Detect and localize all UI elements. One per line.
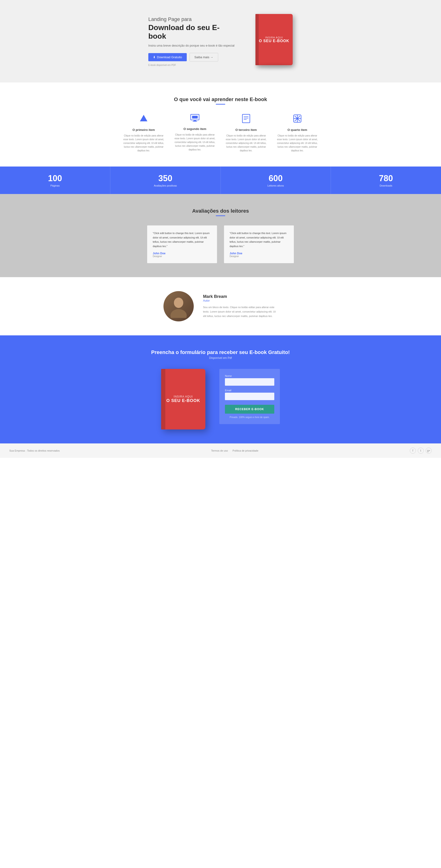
form-box: Nome Email RECEBER E-BOOK Privado. 100% …	[219, 369, 280, 424]
email-label: Email	[225, 389, 274, 392]
svg-rect-5	[242, 114, 250, 123]
learn-more-button[interactable]: Saiba mais →	[190, 53, 218, 61]
feature-item-4: O quarto item Clique no botão de edição …	[276, 114, 318, 153]
features-grid: O primeiro item Clique no botão de ediçã…	[9, 114, 432, 153]
terms-link[interactable]: Termos de uso	[211, 449, 228, 452]
author-bio: Sou um bloco de texto. Clique no botão e…	[203, 305, 278, 318]
feature-icon-3	[225, 114, 267, 125]
feature-text-2: Clique no botão de edição para alterar e…	[174, 133, 216, 152]
stat-readers-number: 600	[225, 174, 326, 183]
download-icon: ⬇	[153, 55, 156, 59]
author-role: Autor	[203, 299, 278, 302]
stat-pages-number: 100	[5, 174, 105, 183]
cta-book-cover: INSIRA AQUI O SEU E-BOOK	[161, 369, 206, 430]
hero-title: Download do seu E-book	[148, 23, 237, 40]
feature-icon-1	[123, 114, 165, 125]
googleplus-icon[interactable]: g+	[426, 447, 432, 454]
hero-section: Landing Page para Download do seu E-book…	[0, 0, 441, 83]
stat-readers-label: Leitores ativos	[225, 184, 326, 187]
reviewer-role-2: Designer	[229, 255, 288, 257]
hero-text: Landing Page para Download do seu E-book…	[148, 16, 237, 66]
facebook-icon[interactable]: f	[410, 447, 416, 454]
twitter-icon[interactable]: t	[418, 447, 424, 454]
feature-title-1: O primeiro item	[123, 128, 165, 132]
feature-item-3: O terceiro item Clique no botão de ediçã…	[225, 114, 267, 153]
feature-title-2: O segundo item	[174, 127, 216, 131]
hero-description: Insira uma breve descrição do porque seu…	[148, 44, 237, 47]
privacy-link[interactable]: Política de privacidade	[232, 449, 258, 452]
reviews-divider	[216, 215, 225, 216]
review-card-2: "Click edit button to change this text. …	[224, 225, 294, 263]
feature-icon-2	[174, 114, 216, 124]
feature-icon-4	[276, 114, 318, 125]
svg-rect-3	[193, 120, 196, 121]
stat-pages-label: Páginas	[5, 184, 105, 187]
footer-copyright: Sua Empresa - Todos os direitos reservad…	[9, 449, 60, 452]
cta-subtitle: Disponível em Pdf	[9, 356, 432, 360]
hero-book-cover: INSIRA AQUI O SEU E-BOOK	[255, 14, 293, 65]
svg-rect-2	[192, 116, 198, 119]
social-icons: f t g+	[410, 447, 432, 454]
features-section: O que você vai aprender neste E-book O p…	[0, 83, 441, 166]
stats-section: 100 Páginas 350 Avaliações positivas 600…	[0, 166, 441, 194]
stat-pages: 100 Páginas	[0, 166, 111, 194]
stat-readers: 600 Leitores ativos	[221, 166, 331, 194]
name-label: Nome	[225, 374, 274, 377]
svg-marker-0	[140, 115, 147, 121]
feature-title-4: O quarto item	[276, 128, 318, 132]
author-info: Mark Bream Autor Sou um bloco de texto. …	[203, 294, 278, 318]
feature-title-3: O terceiro item	[225, 128, 267, 132]
submit-button[interactable]: RECEBER E-BOOK	[225, 405, 274, 414]
feature-item-2: O segundo item Clique no botão de edição…	[174, 114, 216, 153]
email-group: Email	[225, 389, 274, 400]
svg-point-16	[174, 298, 183, 308]
svg-rect-4	[193, 121, 197, 122]
name-input[interactable]	[225, 378, 274, 386]
reviewer-name-1: John Doe	[153, 252, 212, 255]
reviews-title: Avaliações dos leitores	[9, 208, 432, 214]
book-sub: INSIRA AQUI	[265, 36, 283, 39]
review-text-1: "Click edit button to change this text. …	[153, 231, 212, 248]
stat-downloads-label: Downloads	[336, 184, 436, 187]
cta-book-sub: INSIRA AQUI	[174, 395, 193, 398]
author-section: Mark Bream Autor Sou um bloco de texto. …	[0, 277, 441, 335]
feature-item-1: O primeiro item Clique no botão de ediçã…	[123, 114, 165, 153]
name-group: Nome	[225, 374, 274, 386]
feature-text-1: Clique no botão de edição para alterar e…	[123, 134, 165, 153]
footer-links: Termos de uso Política de privacidade	[211, 449, 258, 452]
hero-book-container: INSIRA AQUI O SEU E-BOOK	[255, 14, 293, 68]
review-text-2: "Click edit button to change this text. …	[229, 231, 288, 248]
stat-reviews: 350 Avaliações positivas	[111, 166, 221, 194]
hero-buttons: ⬇ Download Gratuito Saiba mais →	[148, 53, 237, 61]
cta-section: Preencha o formulário para receber seu E…	[0, 335, 441, 443]
author-name: Mark Bream	[203, 294, 278, 299]
cta-content: INSIRA AQUI O SEU E-BOOK Nome Email RECE…	[9, 369, 432, 430]
stat-downloads-number: 780	[336, 174, 436, 183]
footer: Sua Empresa - Todos os direitos reservad…	[0, 443, 441, 458]
reviewer-role-1: Designer	[153, 255, 212, 257]
reviews-grid: "Click edit button to change this text. …	[9, 225, 432, 263]
download-button[interactable]: ⬇ Download Gratuito	[148, 53, 187, 61]
cta-title: Preencha o formulário para receber seu E…	[9, 349, 432, 355]
features-title: O que você vai aprender neste E-book	[9, 96, 432, 102]
feature-text-4: Clique no botão de edição para alterar e…	[276, 134, 318, 153]
form-note: Privado. 100% seguro e livre de spam.	[225, 416, 274, 418]
stat-reviews-number: 350	[115, 174, 216, 183]
cta-book-title: O SEU E-BOOK	[166, 398, 200, 403]
author-avatar	[163, 291, 194, 321]
feature-text-3: Clique no botão de edição para alterar e…	[225, 134, 267, 153]
stat-reviews-label: Avaliações positivas	[115, 184, 216, 187]
stat-downloads: 780 Downloads	[331, 166, 441, 194]
svg-point-15	[170, 309, 187, 318]
email-input[interactable]	[225, 393, 274, 400]
reviewer-name-2: John Doe	[229, 252, 288, 255]
features-divider	[216, 104, 225, 104]
reviews-section: Avaliações dos leitores "Click edit butt…	[0, 194, 441, 277]
hero-subtitle: Landing Page para	[148, 16, 237, 22]
book-shadow	[255, 64, 293, 68]
review-card-1: "Click edit button to change this text. …	[147, 225, 217, 263]
hero-note: E-book disponível em PDF	[148, 64, 237, 66]
book-title: O SEU E-BOOK	[259, 39, 289, 43]
